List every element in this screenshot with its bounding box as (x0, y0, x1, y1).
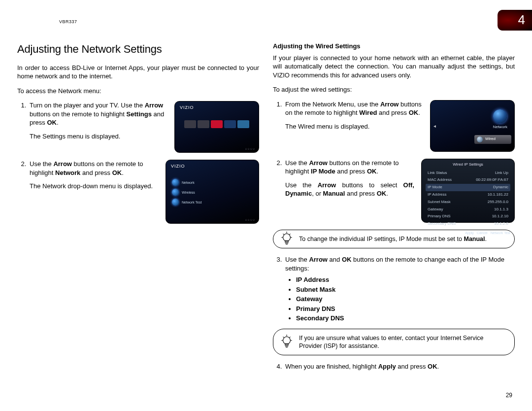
tip-box: If you are unsure what values to enter, … (273, 329, 515, 356)
step-item: Use the Arrow buttons on the remote to h… (28, 160, 159, 191)
step-item: Turn on the player and your TV. Use the … (28, 101, 167, 140)
list-item: Gateway (296, 295, 515, 304)
screenshot-settings-menu: VIZIO ○ ○ ○ ○ (174, 101, 259, 153)
step-item: Use the Arrow and OK buttons on the remo… (284, 255, 515, 323)
intro-paragraph: If your player is connected to your home… (273, 54, 515, 80)
wired-icon (477, 137, 483, 142)
subsection-heading: Adjusting the Wired Settings (273, 42, 515, 51)
wired-label: Wired (485, 137, 496, 142)
step-item: Use the Arrow buttons on the remote to h… (284, 159, 414, 198)
network-item: Network (493, 109, 507, 130)
tip-text: If you are unsure what values to enter, … (299, 335, 484, 349)
chapter-number: 4 (518, 11, 525, 29)
app-icon (184, 120, 196, 128)
bottom-bar: ○ ○ ○ ○ (245, 147, 255, 151)
page-number: 29 (506, 391, 512, 399)
right-column: Adjusting the Wired Settings If your pla… (273, 42, 515, 394)
app-icon (198, 120, 209, 128)
step-item: From the Network Menu, use the Arrow but… (284, 100, 423, 131)
access-label: To adjust the wired settings: (273, 85, 515, 94)
ip-settings-list: IP Address Subnet Mask Gateway Primary D… (285, 275, 515, 323)
svg-line-6 (289, 234, 290, 235)
network-label: Network (493, 125, 507, 130)
step-row: From the Network Menu, use the Arrow but… (273, 100, 515, 152)
arrow-icon: ◂ (433, 123, 436, 130)
list-item: Secondary DNS (296, 314, 515, 323)
vudu-icon (224, 120, 236, 128)
app-row (175, 120, 259, 128)
step-result: The Network drop-down menu is displayed. (30, 182, 159, 191)
menu-icons: Network Wireless Network Test (172, 179, 201, 206)
pandora-icon (237, 120, 249, 128)
menu-icon (172, 179, 179, 186)
screenshot-network-menu: VIZIO Network Wireless Network Test ○ ○ … (166, 160, 259, 224)
left-column: Adjusting the Network Settings In order … (17, 42, 259, 394)
screenshot-ip-settings: Wired IP Settings Link StatusLink Up MAC… (421, 159, 515, 223)
model-number: VBR337 (59, 19, 77, 25)
bottom-bar: ○ ○ ○ ○ (245, 218, 255, 222)
list-item: IP Address (296, 275, 515, 284)
step-row: Turn on the player and your TV. Use the … (17, 101, 259, 153)
list-item: Primary DNS (296, 305, 515, 313)
globe-icon (493, 109, 507, 123)
lightbulb-icon (280, 231, 293, 247)
step-row: Use the Arrow buttons on the remote to h… (17, 160, 259, 224)
screenshot-wired-menu: ◂ Network Wired (430, 100, 515, 152)
netflix-icon (211, 120, 223, 128)
lightbulb-icon (280, 334, 293, 350)
svg-line-13 (283, 337, 284, 338)
step-item: When you are finished, highlight Apply a… (284, 362, 515, 371)
step-sub: Use the Arrow buttons to select Off, Dyn… (285, 181, 414, 198)
vizio-brand: VIZIO (171, 163, 185, 169)
section-heading: Adjusting the Network Settings (17, 42, 259, 57)
list-item: Subnet Mask (296, 285, 515, 294)
access-label: To access the Network menu: (17, 87, 259, 96)
svg-line-14 (289, 337, 290, 338)
step-result: The Settings menu is displayed. (30, 132, 167, 141)
vizio-brand: VIZIO (180, 104, 194, 110)
intro-paragraph: In order to access BD-Live or Internet A… (17, 64, 259, 81)
content-columns: Adjusting the Network Settings In order … (17, 42, 515, 394)
step-row: Use the Arrow buttons on the remote to h… (273, 159, 515, 223)
svg-point-0 (283, 234, 291, 241)
menu-icon (172, 199, 179, 206)
svg-line-5 (283, 234, 284, 235)
ip-settings-title: Wired IP Settings (426, 162, 510, 168)
wired-button: Wired (474, 135, 511, 144)
menu-icon (172, 189, 179, 196)
tip-box: To change the individual IP settings, IP… (273, 230, 515, 248)
chapter-tab: 4 (498, 10, 532, 31)
svg-point-9 (283, 337, 291, 344)
step-result: The Wired menu is displayed. (285, 122, 423, 131)
